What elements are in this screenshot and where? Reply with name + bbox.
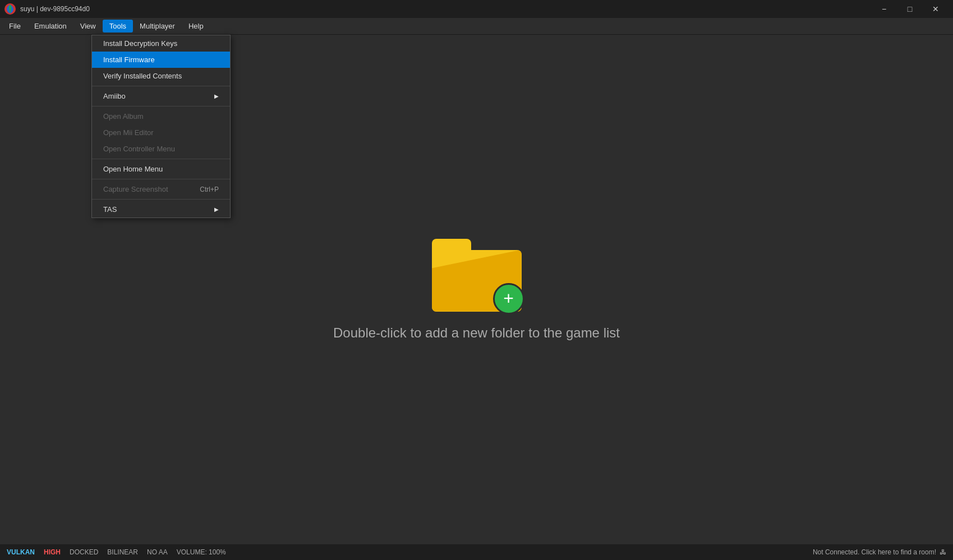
add-folder-icon[interactable]: [432, 239, 522, 312]
tas-arrow: ▶: [214, 206, 219, 212]
connection-status-text: Not Connected. Click here to find a room…: [813, 548, 936, 556]
add-badge: [493, 283, 524, 314]
app-icon: [4, 3, 16, 15]
tas-label: TAS: [103, 205, 117, 214]
titlebar-left: suyu | dev-9895cc94d0: [4, 3, 90, 15]
menu-install-decryption-keys[interactable]: Install Decryption Keys: [92, 35, 230, 52]
menu-tas[interactable]: TAS ▶: [92, 201, 230, 217]
volume-status: VOLUME: 100%: [177, 548, 226, 556]
menu-capture-screenshot: Capture Screenshot Ctrl+P: [92, 181, 230, 197]
menu-multiplayer[interactable]: Multiplayer: [133, 20, 182, 33]
menu-view[interactable]: View: [73, 20, 103, 33]
separator-2: [92, 106, 230, 107]
separator-1: [92, 86, 230, 86]
separator-4: [92, 179, 230, 179]
aa-status: NO AA: [147, 548, 168, 556]
renderer-status: VULKAN: [7, 548, 35, 556]
titlebar: suyu | dev-9895cc94d0 − □ ✕: [0, 0, 953, 18]
folder-tab: [432, 239, 471, 251]
menubar: File Emulation View Tools Multiplayer He…: [0, 18, 953, 35]
statusbar: VULKAN HIGH DOCKED BILINEAR NO AA VOLUME…: [0, 544, 953, 560]
gpu-level-status: HIGH: [44, 548, 61, 556]
separator-5: [92, 199, 230, 200]
menu-open-home-menu[interactable]: Open Home Menu: [92, 161, 230, 177]
menu-install-firmware[interactable]: Install Firmware: [92, 52, 230, 68]
connection-icon: 🖧: [940, 548, 946, 556]
statusbar-left: VULKAN HIGH DOCKED BILINEAR NO AA VOLUME…: [7, 548, 226, 556]
amiibo-arrow: ▶: [214, 93, 219, 99]
menu-tools[interactable]: Tools: [103, 20, 133, 33]
capture-screenshot-shortcut: Ctrl+P: [200, 186, 219, 193]
titlebar-controls: − □ ✕: [871, 0, 949, 18]
connection-status[interactable]: Not Connected. Click here to find a room…: [813, 548, 946, 556]
menu-amiibo[interactable]: Amiibo ▶: [92, 88, 230, 104]
menu-verify-installed-contents[interactable]: Verify Installed Contents: [92, 68, 230, 84]
tools-dropdown: Install Decryption Keys Install Firmware…: [91, 35, 231, 218]
menu-open-mii-editor: Open Mii Editor: [92, 124, 230, 141]
menu-emulation[interactable]: Emulation: [27, 20, 73, 33]
menu-open-controller-menu: Open Controller Menu: [92, 141, 230, 157]
filter-status: BILINEAR: [107, 548, 138, 556]
hint-text: Double-click to add a new folder to the …: [333, 325, 620, 341]
menu-help[interactable]: Help: [182, 20, 210, 33]
close-button[interactable]: ✕: [923, 0, 949, 18]
amiibo-label: Amiibo: [103, 92, 126, 100]
maximize-button[interactable]: □: [897, 0, 923, 18]
titlebar-title: suyu | dev-9895cc94d0: [20, 5, 90, 13]
dock-mode-status: DOCKED: [70, 548, 98, 556]
capture-screenshot-label: Capture Screenshot: [103, 185, 168, 193]
minimize-button[interactable]: −: [871, 0, 897, 18]
menu-file[interactable]: File: [2, 20, 27, 33]
menu-open-album: Open Album: [92, 108, 230, 124]
separator-3: [92, 159, 230, 159]
